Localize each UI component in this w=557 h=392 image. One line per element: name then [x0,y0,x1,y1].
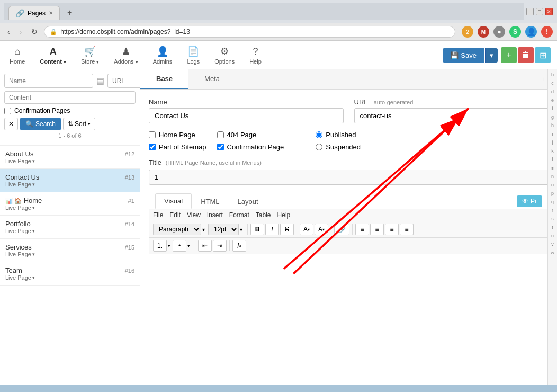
url-bar[interactable]: 🔒 https://demo.cbsplit.com/admin/pages?_… [44,26,455,38]
part-of-sitemap-checkbox[interactable] [149,144,156,150]
list-item-contact-us[interactable]: Contact Us #13 Live Page ▾ [0,169,140,192]
ordered-list-button[interactable]: 1. [153,240,167,252]
clear-button[interactable]: ✕ [4,118,18,130]
alpha-q[interactable]: q [551,198,554,206]
menu-edit[interactable]: Edit [169,211,181,219]
outdent-button[interactable]: ⇤ [198,240,212,252]
editor-tab-layout[interactable]: Layout [229,194,267,209]
name-filter-icon[interactable]: ▤ [95,74,105,88]
search-button[interactable]: 🔍 Search [20,118,61,130]
clear-formatting-button[interactable]: Ix [232,240,246,252]
alpha-i[interactable]: i [552,130,553,138]
editor-tab-html[interactable]: HTML [192,194,228,209]
gmail-icon[interactable]: M [478,26,489,38]
home-page-checkbox[interactable] [149,131,156,138]
danger-icon[interactable]: ! [541,26,553,38]
unordered-list-button[interactable]: • [173,240,186,252]
preview-button[interactable]: 👁 Pr [517,195,542,207]
list-item-about-us[interactable]: About Us #12 Live Page ▾ [0,146,140,169]
alpha-g[interactable]: g [551,113,554,121]
alpha-n[interactable]: n [551,172,554,181]
forward-button[interactable]: › [16,26,25,38]
tab-base[interactable]: Base [140,69,188,89]
browser-icon-4[interactable]: S [509,26,521,38]
tab-close-button[interactable]: ✕ [49,10,53,16]
alpha-j[interactable]: j [552,138,553,147]
name-filter-input[interactable] [4,74,93,88]
published-radio[interactable] [316,131,322,138]
refresh-button[interactable]: ↻ [28,26,41,38]
nav-item-store[interactable]: 🛒 Store ▾ [78,44,102,66]
delete-button[interactable]: 🗑 [518,47,534,63]
browser-tab[interactable]: 🔗 Pages ✕ [8,6,60,20]
align-right-button[interactable]: ≡ [385,224,399,235]
profile-icon[interactable]: 👤 [525,26,537,38]
italic-button[interactable]: I [265,224,279,235]
confirmation-pages-checkbox[interactable] [4,108,11,114]
alpha-m[interactable]: m [551,164,555,172]
alpha-p[interactable]: p [551,189,554,198]
list-item-services[interactable]: Services #15 Live Page ▾ [0,239,140,262]
suspended-radio[interactable] [316,144,322,150]
alpha-u[interactable]: u [551,231,554,240]
alpha-o[interactable]: o [551,181,554,189]
nav-item-logs[interactable]: 📄 Logs [184,44,203,66]
nav-item-admins[interactable]: 👤 Admins [150,44,176,66]
alpha-k[interactable]: k [551,147,554,155]
new-tab-button[interactable]: + [62,5,77,20]
nav-item-home[interactable]: ⌂ Home [6,45,28,66]
alpha-h[interactable]: h [551,121,554,130]
indent-button[interactable]: ⇥ [213,240,227,252]
list-item-home[interactable]: 📊 🏠 Home #1 Live Page ▾ [0,192,140,216]
nav-item-options[interactable]: ⚙ Options [211,44,238,66]
alpha-v[interactable]: v [551,240,554,248]
alpha-f[interactable]: f [552,104,553,113]
strikethrough-button[interactable]: S [280,224,294,235]
alpha-e[interactable]: e [551,96,554,104]
add-button[interactable]: + [501,47,517,63]
alpha-t[interactable]: t [552,223,553,231]
url-input[interactable] [354,108,549,123]
url-filter-input[interactable] [107,74,140,88]
editor-tab-visual[interactable]: Visual [155,193,192,209]
alpha-s[interactable]: s [551,215,554,223]
bg-color-button[interactable]: A ▾ [315,224,328,235]
minimize-button[interactable]: — [526,8,534,15]
align-justify-button[interactable]: ≡ [400,224,414,235]
tab-meta[interactable]: Meta [188,69,236,89]
back-button[interactable]: ‹ [4,26,13,38]
align-left-button[interactable]: ≡ [355,224,369,235]
list-item-team[interactable]: Team #16 Live Page ▾ [0,262,140,286]
save-button[interactable]: 💾 Save [443,48,484,63]
nav-item-help[interactable]: ? Help [246,45,265,66]
alpha-l[interactable]: l [552,155,553,164]
menu-format[interactable]: Format [229,211,249,219]
alpha-w[interactable]: w [551,248,554,257]
menu-table[interactable]: Table [256,211,271,219]
paragraph-select[interactable]: Paragraph [153,224,201,235]
grid-button[interactable]: ⊞ [535,47,551,63]
title-input[interactable] [149,170,549,185]
sort-button[interactable]: ⇅ Sort ▾ [63,118,95,130]
align-center-button[interactable]: ≡ [370,224,384,235]
alpha-b[interactable]: b [551,70,554,79]
content-filter-input[interactable] [4,91,136,104]
list-item-portfolio[interactable]: Portfolio #14 Live Page ▾ [0,216,140,239]
bold-button[interactable]: B [250,224,264,235]
menu-file[interactable]: File [153,211,163,219]
nav-item-addons[interactable]: ♟ Addons ▾ [111,44,141,66]
fontsize-select[interactable]: 12pt [208,224,239,235]
menu-view[interactable]: View [187,211,201,219]
menu-help[interactable]: Help [277,211,291,219]
alpha-r[interactable]: r [552,206,553,215]
alpha-c[interactable]: c [551,79,554,87]
save-dropdown-button[interactable]: ▾ [485,48,498,63]
name-input[interactable] [149,108,344,123]
editor-body[interactable] [149,254,549,286]
404-page-checkbox[interactable] [217,131,224,138]
extensions-icon[interactable]: 2 [462,26,473,38]
browser-icon-3[interactable]: ● [493,26,505,38]
close-button[interactable]: ✕ [545,8,553,15]
menu-insert[interactable]: Insert [207,211,223,219]
nav-item-content[interactable]: A Content ▾ [37,45,69,66]
